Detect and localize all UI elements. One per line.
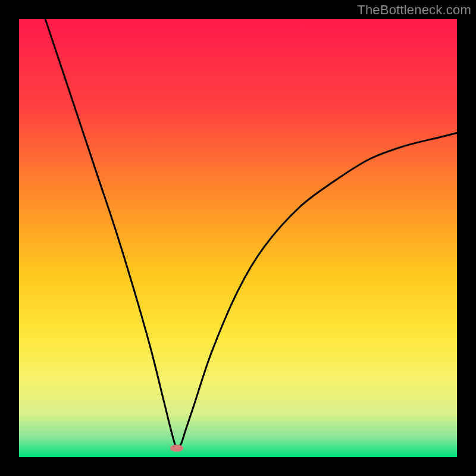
chart-background-gradient [19, 19, 457, 457]
frame-border-left [0, 0, 19, 476]
frame-border-bottom [0, 457, 476, 476]
chart-svg [19, 19, 457, 457]
minimum-marker [170, 444, 183, 452]
attribution-watermark: TheBottleneck.com [357, 2, 471, 18]
chart-plot-area [19, 19, 457, 457]
frame-border-right [457, 0, 476, 476]
